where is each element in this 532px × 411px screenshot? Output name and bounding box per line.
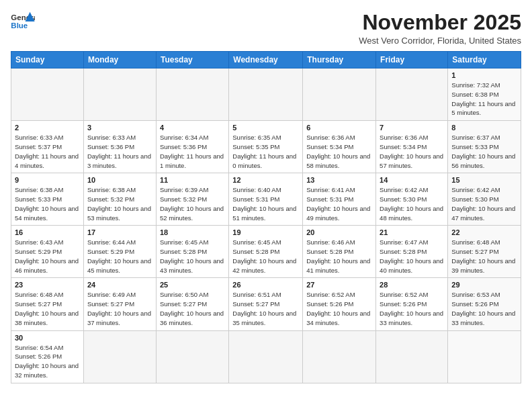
table-row: 8Sunrise: 6:37 AM Sunset: 5:33 PM Daylig…	[448, 121, 521, 173]
day-number: 11	[160, 176, 225, 184]
day-number: 19	[232, 228, 299, 236]
day-number: 10	[87, 176, 152, 184]
day-number: 27	[306, 281, 372, 289]
table-row: 6Sunrise: 6:36 AM Sunset: 5:34 PM Daylig…	[303, 121, 376, 173]
day-number: 18	[160, 228, 225, 236]
day-info: Sunrise: 6:42 AM Sunset: 5:30 PM Dayligh…	[380, 185, 444, 222]
day-info: Sunrise: 6:52 AM Sunset: 5:26 PM Dayligh…	[380, 290, 444, 327]
page: General Blue November 2025 West Vero Cor…	[0, 0, 532, 390]
calendar-header-row: Sunday Monday Tuesday Wednesday Thursday…	[11, 52, 521, 68]
day-info: Sunrise: 6:37 AM Sunset: 5:33 PM Dayligh…	[451, 133, 517, 170]
calendar: Sunday Monday Tuesday Wednesday Thursday…	[11, 51, 521, 383]
logo-icon: General Blue	[11, 11, 35, 31]
day-number: 20	[306, 228, 372, 236]
calendar-week-2: 9Sunrise: 6:38 AM Sunset: 5:33 PM Daylig…	[11, 173, 521, 226]
month-title: November 2025	[359, 11, 521, 34]
table-row	[229, 330, 303, 383]
calendar-week-3: 16Sunrise: 6:43 AM Sunset: 5:29 PM Dayli…	[11, 226, 521, 278]
col-saturday: Saturday	[448, 52, 521, 68]
table-row: 14Sunrise: 6:42 AM Sunset: 5:30 PM Dayli…	[376, 173, 448, 226]
table-row: 1Sunrise: 7:32 AM Sunset: 6:38 PM Daylig…	[448, 68, 521, 121]
location: West Vero Corridor, Florida, United Stat…	[359, 36, 521, 46]
table-row	[376, 68, 448, 121]
title-block: November 2025 West Vero Corridor, Florid…	[359, 11, 521, 46]
svg-text:Blue: Blue	[11, 21, 28, 30]
table-row	[303, 68, 376, 121]
col-thursday: Thursday	[303, 52, 376, 68]
day-number: 28	[380, 281, 444, 289]
table-row: 22Sunrise: 6:48 AM Sunset: 5:27 PM Dayli…	[448, 226, 521, 278]
day-number: 29	[451, 281, 517, 289]
day-info: Sunrise: 6:45 AM Sunset: 5:28 PM Dayligh…	[232, 238, 299, 275]
day-number: 16	[15, 228, 80, 236]
calendar-week-5: 30Sunrise: 6:54 AM Sunset: 5:26 PM Dayli…	[11, 330, 521, 383]
table-row	[156, 330, 228, 383]
day-info: Sunrise: 6:35 AM Sunset: 5:35 PM Dayligh…	[232, 133, 299, 170]
calendar-week-1: 2Sunrise: 6:33 AM Sunset: 5:37 PM Daylig…	[11, 121, 521, 173]
day-number: 6	[306, 124, 372, 132]
day-info: Sunrise: 6:51 AM Sunset: 5:27 PM Dayligh…	[232, 290, 299, 327]
day-info: Sunrise: 6:33 AM Sunset: 5:36 PM Dayligh…	[87, 133, 152, 170]
table-row: 10Sunrise: 6:38 AM Sunset: 5:32 PM Dayli…	[83, 173, 156, 226]
day-info: Sunrise: 6:43 AM Sunset: 5:29 PM Dayligh…	[15, 238, 80, 275]
table-row	[156, 68, 228, 121]
day-number: 30	[15, 334, 80, 342]
day-info: Sunrise: 6:47 AM Sunset: 5:28 PM Dayligh…	[380, 238, 444, 275]
table-row: 29Sunrise: 6:53 AM Sunset: 5:26 PM Dayli…	[448, 278, 521, 330]
day-info: Sunrise: 6:53 AM Sunset: 5:26 PM Dayligh…	[451, 290, 517, 327]
day-number: 24	[87, 281, 152, 289]
table-row: 7Sunrise: 6:36 AM Sunset: 5:34 PM Daylig…	[376, 121, 448, 173]
col-friday: Friday	[376, 52, 448, 68]
table-row: 9Sunrise: 6:38 AM Sunset: 5:33 PM Daylig…	[11, 173, 84, 226]
table-row: 25Sunrise: 6:50 AM Sunset: 5:27 PM Dayli…	[156, 278, 228, 330]
day-number: 2	[15, 124, 80, 132]
day-info: Sunrise: 6:39 AM Sunset: 5:32 PM Dayligh…	[160, 185, 225, 222]
table-row: 30Sunrise: 6:54 AM Sunset: 5:26 PM Dayli…	[11, 330, 84, 383]
table-row	[83, 68, 156, 121]
table-row	[448, 330, 521, 383]
logo: General Blue	[11, 11, 35, 31]
day-info: Sunrise: 6:36 AM Sunset: 5:34 PM Dayligh…	[306, 133, 372, 170]
calendar-week-4: 23Sunrise: 6:48 AM Sunset: 5:27 PM Dayli…	[11, 278, 521, 330]
col-wednesday: Wednesday	[229, 52, 303, 68]
day-number: 7	[380, 124, 444, 132]
day-number: 3	[87, 124, 152, 132]
day-number: 23	[15, 281, 80, 289]
day-info: Sunrise: 6:40 AM Sunset: 5:31 PM Dayligh…	[232, 185, 299, 222]
day-info: Sunrise: 6:50 AM Sunset: 5:27 PM Dayligh…	[160, 290, 225, 327]
day-info: Sunrise: 6:36 AM Sunset: 5:34 PM Dayligh…	[380, 133, 444, 170]
table-row: 16Sunrise: 6:43 AM Sunset: 5:29 PM Dayli…	[11, 226, 84, 278]
day-number: 12	[232, 176, 299, 184]
table-row: 23Sunrise: 6:48 AM Sunset: 5:27 PM Dayli…	[11, 278, 84, 330]
day-number: 9	[15, 176, 80, 184]
day-info: Sunrise: 6:38 AM Sunset: 5:32 PM Dayligh…	[87, 185, 152, 222]
table-row: 11Sunrise: 6:39 AM Sunset: 5:32 PM Dayli…	[156, 173, 228, 226]
day-info: Sunrise: 6:45 AM Sunset: 5:28 PM Dayligh…	[160, 238, 225, 275]
table-row	[376, 330, 448, 383]
col-sunday: Sunday	[11, 52, 84, 68]
table-row: 21Sunrise: 6:47 AM Sunset: 5:28 PM Dayli…	[376, 226, 448, 278]
day-info: Sunrise: 6:38 AM Sunset: 5:33 PM Dayligh…	[15, 185, 80, 222]
table-row: 27Sunrise: 6:52 AM Sunset: 5:26 PM Dayli…	[303, 278, 376, 330]
day-number: 21	[380, 228, 444, 236]
day-info: Sunrise: 6:42 AM Sunset: 5:30 PM Dayligh…	[451, 185, 517, 222]
day-number: 22	[451, 228, 517, 236]
col-tuesday: Tuesday	[156, 52, 228, 68]
day-number: 26	[232, 281, 299, 289]
table-row: 19Sunrise: 6:45 AM Sunset: 5:28 PM Dayli…	[229, 226, 303, 278]
day-number: 4	[160, 124, 225, 132]
day-info: Sunrise: 6:46 AM Sunset: 5:28 PM Dayligh…	[306, 238, 372, 275]
header: General Blue November 2025 West Vero Cor…	[11, 11, 521, 46]
table-row: 12Sunrise: 6:40 AM Sunset: 5:31 PM Dayli…	[229, 173, 303, 226]
day-number: 15	[451, 176, 517, 184]
table-row: 18Sunrise: 6:45 AM Sunset: 5:28 PM Dayli…	[156, 226, 228, 278]
calendar-week-0: 1Sunrise: 7:32 AM Sunset: 6:38 PM Daylig…	[11, 68, 521, 121]
day-number: 1	[451, 71, 517, 79]
table-row: 5Sunrise: 6:35 AM Sunset: 5:35 PM Daylig…	[229, 121, 303, 173]
day-number: 5	[232, 124, 299, 132]
day-info: Sunrise: 6:49 AM Sunset: 5:27 PM Dayligh…	[87, 290, 152, 327]
day-number: 14	[380, 176, 444, 184]
table-row: 24Sunrise: 6:49 AM Sunset: 5:27 PM Dayli…	[83, 278, 156, 330]
table-row	[11, 68, 84, 121]
day-info: Sunrise: 6:52 AM Sunset: 5:26 PM Dayligh…	[306, 290, 372, 327]
